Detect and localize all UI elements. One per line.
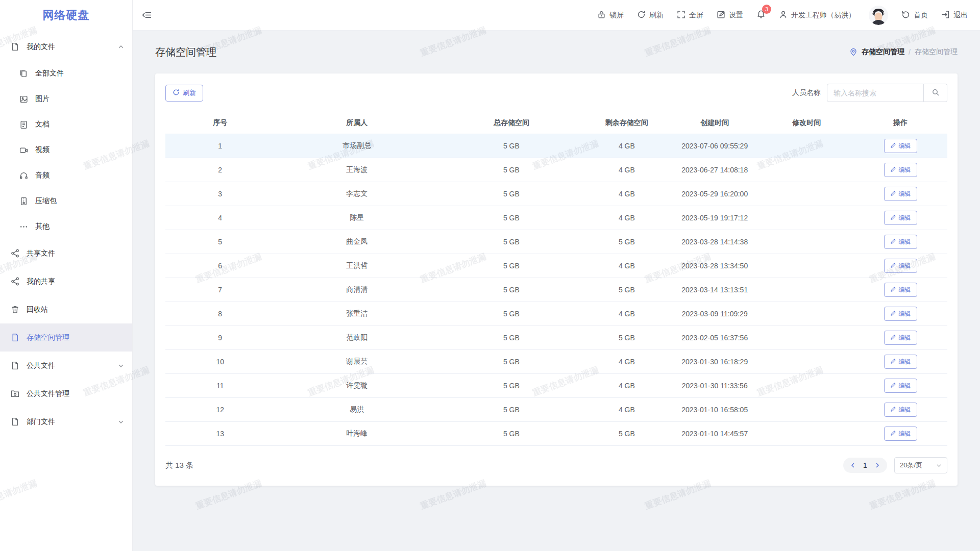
edit-button[interactable]: 编辑 <box>884 307 917 321</box>
edit-button[interactable]: 编辑 <box>884 403 917 417</box>
current-page[interactable]: 1 <box>860 461 871 469</box>
cell-actions: 编辑 <box>853 230 947 254</box>
table-card: 刷新 人员名称 序号 所属人 <box>155 73 958 486</box>
edit-button[interactable]: 编辑 <box>884 163 917 177</box>
sidebar-item-department-files[interactable]: 部门文件 <box>0 408 132 436</box>
breadcrumb: 存储空间管理 / 存储空间管理 <box>849 47 958 57</box>
search-button[interactable] <box>924 84 947 102</box>
sidebar-item-public-files[interactable]: 公共文件 <box>0 352 132 380</box>
cell-actions: 编辑 <box>853 326 947 350</box>
cell-seq: 11 <box>165 374 275 398</box>
refresh-page-button[interactable]: 刷新 <box>637 10 664 20</box>
edit-button[interactable]: 编辑 <box>884 427 917 441</box>
cell-remaining: 4 GB <box>584 206 670 230</box>
sidebar-item-documents[interactable]: 文档 <box>0 112 132 137</box>
sidebar-menu: 我的文件 全部文件 图片 文档 <box>0 31 132 551</box>
fullscreen-button[interactable]: 全屏 <box>677 10 703 20</box>
top-navbar: 锁屏 刷新 全屏 设置 3 <box>133 0 980 31</box>
lock-screen-button[interactable]: 锁屏 <box>597 10 624 20</box>
current-user[interactable]: 开发工程师（易洪） <box>779 10 855 20</box>
cell-modified <box>760 206 853 230</box>
document-icon <box>11 361 19 370</box>
refresh-icon <box>637 10 646 20</box>
edit-button[interactable]: 编辑 <box>884 379 917 393</box>
edit-button[interactable]: 编辑 <box>884 355 917 369</box>
search-input[interactable] <box>827 84 924 102</box>
cell-actions: 编辑 <box>853 422 947 446</box>
cell-created: 2023-03-14 13:13:51 <box>670 278 760 302</box>
cell-remaining: 4 GB <box>584 302 670 326</box>
settings-button[interactable]: 设置 <box>717 10 743 20</box>
edit-button[interactable]: 编辑 <box>884 283 917 297</box>
edit-button[interactable]: 编辑 <box>884 235 917 249</box>
sidebar-item-storage-management[interactable]: 存储空间管理 <box>0 323 132 352</box>
edit-button[interactable]: 编辑 <box>884 331 917 345</box>
location-pin-icon <box>849 48 857 56</box>
cell-created: 2023-07-06 09:55:29 <box>670 134 760 158</box>
cell-created: 2023-03-28 13:34:50 <box>670 254 760 278</box>
sidebar-item-audio[interactable]: 音频 <box>0 163 132 188</box>
notification-badge: 3 <box>762 5 771 14</box>
sidebar-item-archives[interactable]: 压缩包 <box>0 188 132 214</box>
edit-button[interactable]: 编辑 <box>884 187 917 201</box>
headphones-icon <box>19 171 28 180</box>
breadcrumb-separator: / <box>909 48 911 56</box>
sidebar-item-recycle-bin[interactable]: 回收站 <box>0 295 132 323</box>
edit-button[interactable]: 编辑 <box>884 139 917 153</box>
cell-total: 5 GB <box>439 350 583 374</box>
table-row: 6王洪哲5 GB4 GB2023-03-28 13:34:50编辑 <box>165 254 947 278</box>
chevron-up-icon <box>118 44 124 50</box>
prev-page-button[interactable] <box>846 458 860 473</box>
cell-modified <box>760 182 853 206</box>
fullscreen-icon <box>677 10 685 20</box>
cell-modified <box>760 230 853 254</box>
table-row: 8张重洁5 GB4 GB2023-03-09 11:09:29编辑 <box>165 302 947 326</box>
cell-owner: 王海波 <box>275 158 439 182</box>
table-row: 13叶海峰5 GB5 GB2023-01-10 14:45:57编辑 <box>165 422 947 446</box>
refresh-icon <box>173 89 180 97</box>
sidebar-item-shared-files[interactable]: 共享文件 <box>0 239 132 267</box>
edit-settings-icon <box>717 10 725 20</box>
edit-button[interactable]: 编辑 <box>884 259 917 273</box>
home-button[interactable]: 首页 <box>901 10 928 20</box>
cell-created: 2023-05-19 19:17:12 <box>670 206 760 230</box>
page-size-select[interactable]: 20条/页 <box>894 457 947 473</box>
cell-remaining: 5 GB <box>584 422 670 446</box>
edit-button[interactable]: 编辑 <box>884 211 917 225</box>
share-icon <box>11 277 19 286</box>
sidebar-item-public-file-management[interactable]: 公共文件管理 <box>0 380 132 408</box>
sidebar-item-my-shares[interactable]: 我的共享 <box>0 267 132 295</box>
refresh-table-button[interactable]: 刷新 <box>165 85 203 102</box>
sidebar: 网络硬盘 我的文件 全部文件 图片 <box>0 0 133 551</box>
pencil-icon <box>890 142 896 150</box>
folder-manage-icon <box>11 389 19 398</box>
cell-remaining: 5 GB <box>584 326 670 350</box>
cell-modified <box>760 374 853 398</box>
pagination-bar: 共 13 条 1 20条/页 <box>165 457 947 473</box>
sidebar-collapse-icon[interactable] <box>142 10 152 20</box>
chevron-down-icon <box>118 419 124 425</box>
column-header-owner: 所属人 <box>275 112 439 134</box>
doc-text-icon <box>19 120 28 129</box>
sidebar-item-pictures[interactable]: 图片 <box>0 86 132 112</box>
cell-owner: 陈星 <box>275 206 439 230</box>
cell-actions: 编辑 <box>853 374 947 398</box>
avatar[interactable] <box>869 6 888 25</box>
sidebar-item-my-files[interactable]: 我的文件 <box>0 33 132 61</box>
cell-actions: 编辑 <box>853 278 947 302</box>
sidebar-item-others[interactable]: 其他 <box>0 214 132 239</box>
next-page-button[interactable] <box>871 458 884 473</box>
column-header-actions: 操作 <box>853 112 947 134</box>
sidebar-item-videos[interactable]: 视频 <box>0 137 132 163</box>
breadcrumb-item[interactable]: 存储空间管理 <box>862 47 904 57</box>
table-body: 1市场副总5 GB4 GB2023-07-06 09:55:29编辑2王海波5 … <box>165 134 947 446</box>
logout-button[interactable]: 退出 <box>941 10 968 20</box>
cell-modified <box>760 326 853 350</box>
table-row: 7商清清5 GB5 GB2023-03-14 13:13:51编辑 <box>165 278 947 302</box>
cell-modified <box>760 302 853 326</box>
cell-total: 5 GB <box>439 278 583 302</box>
sidebar-item-all-files[interactable]: 全部文件 <box>0 61 132 86</box>
notification-button[interactable]: 3 <box>756 10 766 20</box>
cell-modified <box>760 398 853 422</box>
table-toolbar: 刷新 人员名称 <box>165 84 947 102</box>
